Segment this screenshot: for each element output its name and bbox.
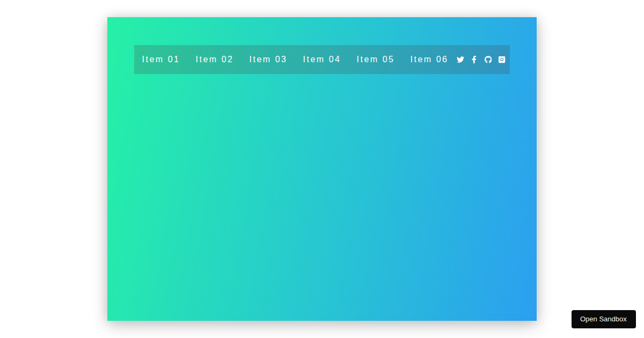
navbar: Item 01 Item 02 Item 03 Item 04 Item 05 …: [134, 45, 510, 74]
nav-item-04[interactable]: Item 04: [295, 55, 349, 64]
social-icon-group: [456, 56, 510, 64]
nav-item-05[interactable]: Item 05: [349, 55, 402, 64]
github-icon[interactable]: [484, 56, 492, 64]
gradient-card: Item 01 Item 02 Item 03 Item 04 Item 05 …: [107, 17, 537, 321]
open-sandbox-button[interactable]: Open Sandbox: [572, 310, 636, 328]
nav-item-02[interactable]: Item 02: [188, 55, 241, 64]
facebook-icon[interactable]: [470, 56, 478, 64]
nav-item-03[interactable]: Item 03: [241, 55, 295, 64]
instagram-icon[interactable]: [498, 56, 506, 64]
nav-item-list: Item 01 Item 02 Item 03 Item 04 Item 05 …: [134, 55, 456, 64]
nav-item-01[interactable]: Item 01: [134, 55, 188, 64]
twitter-icon[interactable]: [456, 56, 464, 64]
nav-item-06[interactable]: Item 06: [402, 55, 456, 64]
